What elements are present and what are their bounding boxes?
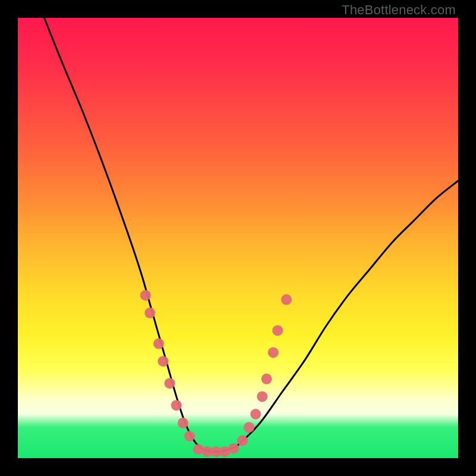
data-marker <box>281 295 292 305</box>
data-marker <box>268 347 278 358</box>
data-marker <box>261 374 272 384</box>
data-marker <box>184 431 195 441</box>
data-marker <box>154 339 164 349</box>
chart-frame: TheBottleneck.com <box>0 0 476 476</box>
watermark-text: TheBottleneck.com <box>342 2 456 18</box>
marker-group <box>140 290 292 457</box>
data-marker <box>145 308 155 318</box>
data-marker <box>273 325 283 336</box>
data-marker <box>228 443 239 454</box>
curve-svg <box>18 18 458 458</box>
data-marker <box>244 422 255 433</box>
bottleneck-curve-path <box>44 18 458 452</box>
data-marker <box>237 435 248 446</box>
data-marker <box>140 290 151 300</box>
data-marker <box>257 391 268 402</box>
data-marker <box>164 378 175 389</box>
data-marker <box>250 409 261 419</box>
data-marker <box>178 418 189 428</box>
data-marker <box>171 400 181 411</box>
plot-area <box>18 18 458 458</box>
data-marker <box>158 356 168 367</box>
